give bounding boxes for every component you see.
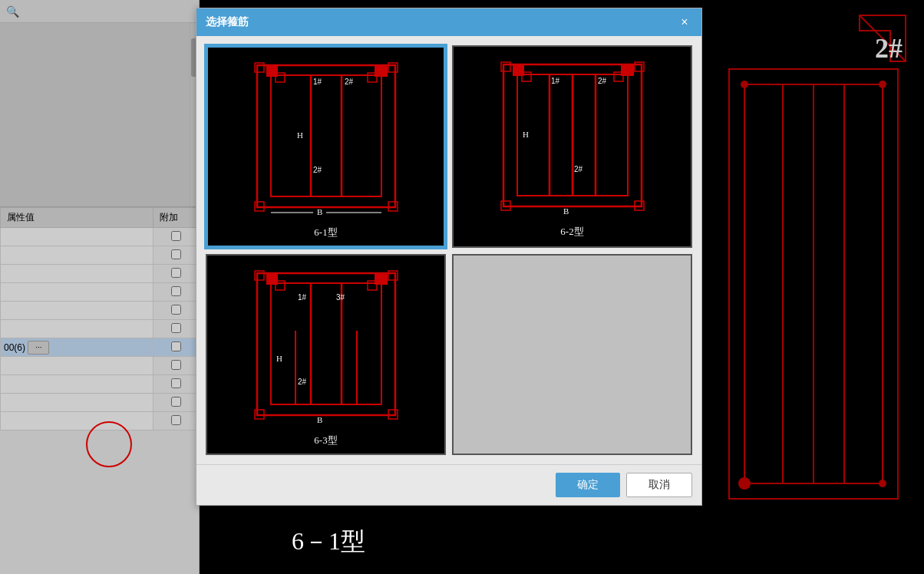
- svg-text:3#: 3#: [336, 293, 345, 302]
- svg-rect-13: [271, 75, 381, 196]
- svg-text:H: H: [523, 130, 529, 139]
- svg-text:1#: 1#: [551, 77, 560, 85]
- confirm-button[interactable]: 确定: [556, 473, 620, 497]
- cad-bottom-label: 6－1型: [292, 525, 365, 559]
- svg-rect-12: [257, 65, 395, 207]
- dialog-title-bar: 选择箍筋 ×: [196, 8, 701, 36]
- stirrup-6-3-svg: H 1# 3# 2# B: [234, 262, 418, 430]
- dialog-close-button[interactable]: ×: [677, 15, 692, 30]
- svg-text:H: H: [297, 130, 303, 140]
- stirrup-6-2-label: 6-2型: [560, 225, 583, 239]
- stirrup-6-3-label: 6-3型: [314, 434, 337, 447]
- svg-text:B: B: [317, 415, 322, 424]
- svg-text:2#: 2#: [298, 378, 307, 386]
- svg-text:2#: 2#: [313, 166, 322, 174]
- stirrup-option-6-3[interactable]: H 1# 3# 2# B 6-3型: [206, 254, 446, 455]
- svg-rect-49: [257, 273, 395, 415]
- stirrup-option-6-1[interactable]: H 1# 2# 2# B 6-1型: [206, 45, 446, 248]
- stirrup-option-empty: [452, 254, 692, 455]
- svg-text:1#: 1#: [313, 78, 322, 86]
- stirrup-6-1-svg: H 1# 2# 2# B: [234, 54, 418, 223]
- svg-text:1#: 1#: [298, 293, 307, 302]
- stirrup-select-dialog: 选择箍筋 ×: [196, 8, 702, 506]
- svg-text:2#: 2#: [574, 165, 583, 173]
- svg-text:2#: 2#: [345, 78, 354, 86]
- svg-text:H: H: [276, 354, 282, 363]
- cancel-button[interactable]: 取消: [626, 473, 692, 497]
- dialog-body: H 1# 2# 2# B 6-1型: [196, 36, 701, 464]
- svg-text:B: B: [563, 206, 569, 216]
- dialog-footer: 确定 取消: [196, 464, 701, 505]
- stirrup-6-2-svg: H 1# 2# 2# B: [480, 53, 665, 222]
- svg-rect-50: [271, 283, 381, 404]
- stirrup-option-6-2[interactable]: H 1# 2# 2# B 6-2型: [452, 45, 692, 248]
- svg-text:2#: 2#: [598, 77, 607, 85]
- svg-text:B: B: [317, 207, 322, 216]
- dialog-title: 选择箍筋: [206, 15, 249, 29]
- stirrup-6-1-label: 6-1型: [314, 226, 337, 239]
